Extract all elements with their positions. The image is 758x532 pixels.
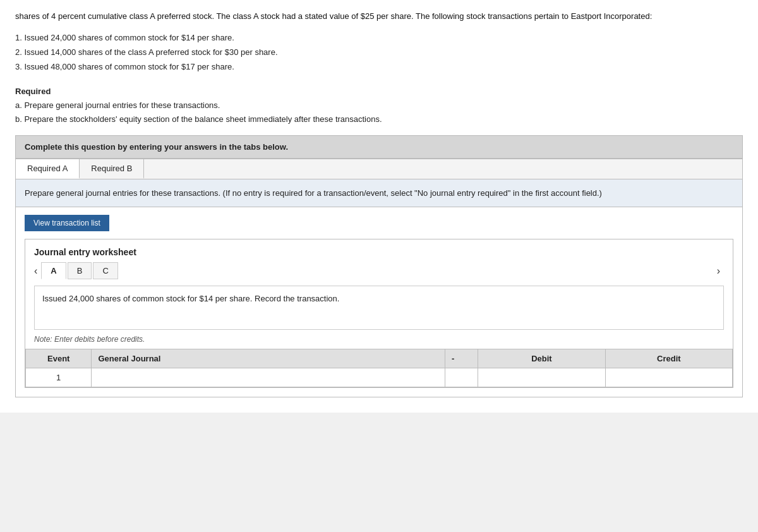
tabs-row: Required A Required B — [16, 159, 742, 179]
transaction-1: 1. Issued 24,000 shares of common stock … — [15, 30, 743, 45]
transaction-3: 3. Issued 48,000 shares of common stock … — [15, 59, 743, 74]
tabs-container: Required A Required B Prepare general jo… — [15, 159, 743, 398]
journal-table-wrapper: Event General Journal - Debit Credit 1 — [25, 349, 733, 387]
required-b-instruction: b. Prepare the stockholders' equity sect… — [15, 112, 743, 126]
view-transaction-button[interactable]: View transaction list — [25, 215, 109, 231]
journal-worksheet-container: Journal entry worksheet ‹ A B C › Issued… — [25, 239, 733, 388]
intro-text: shares of 4 percent cumulative class A p… — [15, 10, 743, 23]
intro-paragraph: shares of 4 percent cumulative class A p… — [15, 11, 652, 21]
worksheet-next-button[interactable]: › — [713, 263, 724, 279]
col-header-debit: Debit — [478, 349, 605, 368]
credit-input[interactable] — [612, 373, 726, 382]
tab-required-a[interactable]: Required A — [16, 159, 80, 179]
event-cell: 1 — [26, 368, 92, 387]
col-header-dash: - — [445, 349, 478, 368]
general-journal-input-cell[interactable] — [92, 368, 445, 387]
credit-input-cell[interactable] — [605, 368, 732, 387]
debit-input[interactable] — [484, 373, 598, 382]
tab-content: Prepare general journal entries for thes… — [16, 179, 742, 208]
required-a-instruction: a. Prepare general journal entries for t… — [15, 99, 743, 112]
journal-worksheet-header: Journal entry worksheet — [25, 239, 733, 262]
transactions-list: 1. Issued 24,000 shares of common stock … — [15, 30, 743, 75]
worksheet-tabs-row: ‹ A B C › — [25, 262, 733, 279]
worksheet-tab-a[interactable]: A — [41, 262, 66, 279]
debit-input-cell[interactable] — [478, 368, 605, 387]
col-header-general-journal: General Journal — [92, 349, 445, 368]
dash-cell — [445, 368, 478, 387]
table-row: 1 — [26, 368, 733, 387]
required-section: Required a. Prepare general journal entr… — [15, 85, 743, 126]
journal-table: Event General Journal - Debit Credit 1 — [25, 349, 733, 387]
worksheet-tab-b[interactable]: B — [68, 262, 92, 279]
transaction-2: 2. Issued 14,000 shares of the class A p… — [15, 45, 743, 59]
worksheet-prev-button[interactable]: ‹ — [30, 263, 41, 279]
required-label: Required — [15, 87, 51, 96]
tab-content-text: Prepare general journal entries for thes… — [25, 188, 602, 198]
transaction-description-box: Issued 24,000 shares of common stock for… — [34, 286, 724, 330]
note-text: Note: Enter debits before credits. — [34, 335, 724, 344]
general-journal-input[interactable] — [98, 373, 438, 382]
worksheet-tab-c[interactable]: C — [93, 262, 117, 279]
complete-instruction: Complete this question by entering your … — [15, 135, 743, 159]
tab-required-b[interactable]: Required B — [80, 159, 144, 179]
col-header-credit: Credit — [605, 349, 732, 368]
col-header-event: Event — [26, 349, 92, 368]
